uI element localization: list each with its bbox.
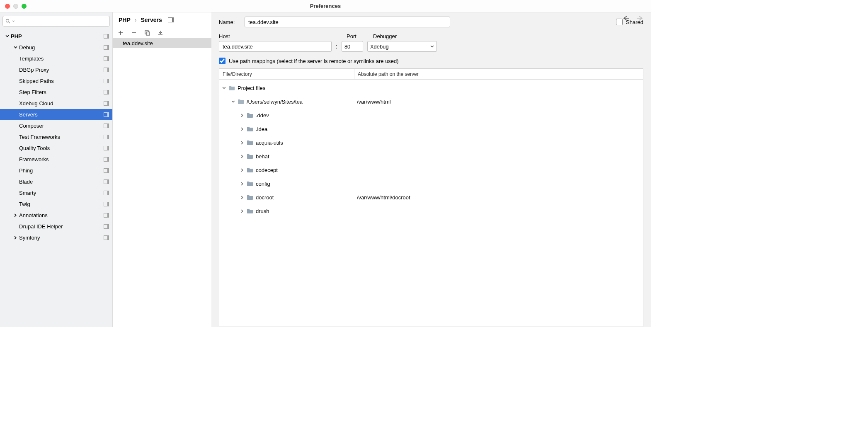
sidebar-item-quality-tools[interactable]: Quality Tools: [0, 143, 112, 154]
sidebar-item-drupal-ide-helper[interactable]: Drupal IDE Helper: [0, 221, 112, 232]
sidebar-item-annotations[interactable]: Annotations: [0, 210, 112, 221]
back-button[interactable]: [622, 15, 630, 22]
add-server-button[interactable]: [117, 29, 124, 36]
host-label: Host: [219, 33, 334, 39]
project-scope-icon: [104, 157, 109, 162]
sidebar-item-blade[interactable]: Blade: [0, 176, 112, 187]
mapping-file-name: codecept: [256, 167, 278, 173]
settings-tree: PHPDebugTemplatesDBGp ProxySkipped Paths…: [0, 30, 112, 327]
settings-search[interactable]: [2, 16, 110, 27]
sidebar-item-label: Quality Tools: [19, 145, 104, 151]
breadcrumb-leaf: Servers: [141, 17, 162, 23]
mapping-file-name: /Users/selwyn/Sites/tea: [247, 99, 303, 105]
mapping-row[interactable]: drush: [219, 204, 643, 218]
chevron-right-icon[interactable]: [13, 213, 17, 218]
mapping-absolute-path[interactable]: /var/www/html: [354, 99, 643, 105]
breadcrumb: PHP › Servers: [113, 12, 211, 27]
sidebar-item-test-frameworks[interactable]: Test Frameworks: [0, 131, 112, 143]
sidebar-item-dbgp-proxy[interactable]: DBGp Proxy: [0, 64, 112, 75]
chevron-down-icon[interactable]: [222, 86, 226, 90]
path-mappings-table: File/Directory Absolute path on the serv…: [219, 68, 643, 327]
chevron-right-icon[interactable]: [240, 182, 244, 186]
path-mappings-checkbox[interactable]: [219, 58, 225, 64]
port-label: Port: [347, 33, 369, 39]
mapping-row[interactable]: Project files: [219, 81, 643, 95]
mapping-file-name: docroot: [256, 194, 274, 201]
project-scope-icon: [104, 90, 109, 94]
sidebar-item-debug[interactable]: Debug: [0, 42, 112, 53]
mapping-file-name: .idea: [256, 126, 267, 132]
host-input[interactable]: [219, 41, 332, 52]
sidebar-item-composer[interactable]: Composer: [0, 120, 112, 131]
chevron-right-icon[interactable]: [240, 196, 244, 199]
sidebar-item-symfony[interactable]: Symfony: [0, 232, 112, 243]
mapping-row[interactable]: acquia-utils: [219, 136, 643, 150]
chevron-down-icon[interactable]: [5, 34, 9, 39]
port-input[interactable]: [342, 41, 363, 52]
mapping-row[interactable]: behat: [219, 150, 643, 163]
folder-icon: [247, 208, 253, 215]
chevron-right-icon[interactable]: [240, 114, 244, 117]
col-absolute-path[interactable]: Absolute path on the server: [354, 69, 643, 79]
mapping-row[interactable]: config: [219, 177, 643, 191]
sidebar-item-label: Phing: [19, 167, 104, 174]
remove-server-button[interactable]: [130, 29, 138, 36]
import-server-button[interactable]: [157, 29, 164, 36]
chevron-down-icon[interactable]: [13, 46, 17, 50]
sidebar-item-phing[interactable]: Phing: [0, 165, 112, 176]
server-list-item[interactable]: tea.ddev.site: [113, 38, 211, 48]
folder-icon: [247, 140, 253, 146]
col-file-directory[interactable]: File/Directory: [219, 69, 354, 79]
sidebar-item-label: Symfony: [19, 235, 104, 241]
forward-button[interactable]: [636, 15, 644, 22]
mapping-row[interactable]: .idea: [219, 122, 643, 136]
sidebar-item-xdebug-cloud[interactable]: Xdebug Cloud: [0, 98, 112, 109]
mapping-row[interactable]: docroot/var/www/html/docroot: [219, 191, 643, 204]
project-scope-icon: [104, 191, 109, 195]
chevron-right-icon[interactable]: [240, 168, 244, 172]
sidebar-item-php[interactable]: PHP: [0, 31, 112, 42]
chevron-down-icon: [430, 45, 434, 48]
project-scope-icon: [104, 45, 109, 50]
sidebar-item-label: PHP: [11, 33, 104, 39]
name-label: Name:: [219, 19, 240, 25]
project-scope-icon: [104, 224, 109, 229]
chevron-right-icon[interactable]: [240, 209, 244, 213]
debugger-label: Debugger: [373, 33, 397, 39]
sidebar-item-smarty[interactable]: Smarty: [0, 187, 112, 199]
project-scope-icon: [104, 168, 109, 173]
mapping-row[interactable]: .ddev: [219, 109, 643, 122]
breadcrumb-sep: ›: [135, 17, 137, 23]
chevron-right-icon[interactable]: [240, 127, 244, 131]
sidebar-item-label: Templates: [19, 56, 104, 62]
sidebar-item-label: Drupal IDE Helper: [19, 223, 104, 230]
mapping-row[interactable]: codecept: [219, 163, 643, 177]
sidebar-item-twig[interactable]: Twig: [0, 199, 112, 210]
svg-rect-3: [146, 32, 150, 35]
server-name-input[interactable]: [245, 17, 450, 27]
sidebar-item-skipped-paths[interactable]: Skipped Paths: [0, 75, 112, 87]
chevron-right-icon[interactable]: [240, 141, 244, 145]
sidebar-item-frameworks[interactable]: Frameworks: [0, 154, 112, 165]
debugger-value: Xdebug: [370, 44, 389, 50]
server-list-toolbar: [113, 27, 211, 38]
mapping-file-name: .ddev: [256, 112, 269, 119]
chevron-right-icon[interactable]: [13, 236, 17, 240]
copy-server-button[interactable]: [143, 29, 151, 36]
server-list-panel: PHP › Servers tea.ddev.site: [113, 12, 211, 327]
sidebar-item-step-filters[interactable]: Step Filters: [0, 87, 112, 98]
mapping-row[interactable]: /Users/selwyn/Sites/tea/var/www/html: [219, 95, 643, 109]
chevron-down-icon[interactable]: [231, 100, 235, 104]
sidebar-item-templates[interactable]: Templates: [0, 53, 112, 64]
folder-icon: [228, 85, 235, 92]
mapping-absolute-path[interactable]: /var/www/html/docroot: [354, 194, 643, 201]
project-scope-icon: [104, 56, 109, 61]
folder-icon: [247, 126, 253, 133]
chevron-right-icon[interactable]: [240, 155, 244, 158]
debugger-select[interactable]: Xdebug: [367, 41, 437, 52]
settings-search-input[interactable]: [17, 18, 107, 24]
folder-icon: [247, 194, 253, 201]
project-scope-icon: [104, 79, 109, 83]
sidebar-item-servers[interactable]: Servers: [0, 109, 112, 120]
mapping-file-name: Project files: [238, 85, 265, 91]
